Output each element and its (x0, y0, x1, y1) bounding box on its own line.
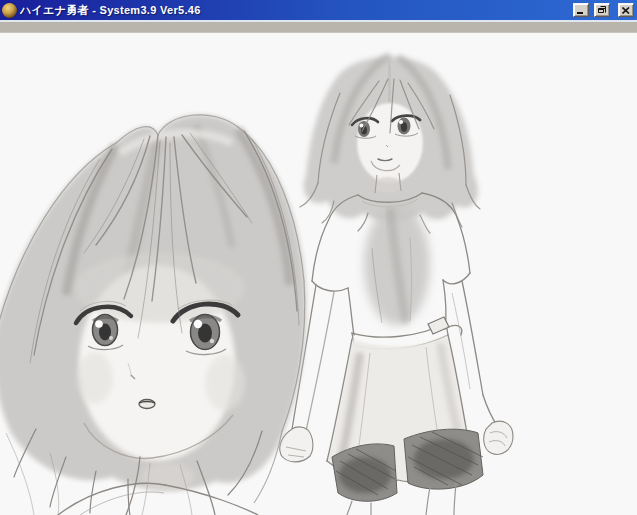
close-icon (622, 7, 630, 14)
app-icon[interactable] (2, 3, 17, 18)
artwork-sketch (0, 33, 637, 515)
window-title: ハイエナ勇者 - System3.9 Ver5.46 (20, 0, 568, 20)
app-window: ハイエナ勇者 - System3.9 Ver5.46 (0, 0, 637, 515)
game-canvas[interactable] (0, 33, 637, 515)
maximize-restore-button[interactable] (594, 3, 610, 17)
restore-icon (598, 6, 607, 14)
title-bar[interactable]: ハイエナ勇者 - System3.9 Ver5.46 (0, 0, 637, 20)
close-button[interactable] (618, 3, 634, 17)
minimize-icon (577, 7, 585, 14)
minimize-button[interactable] (573, 3, 589, 17)
window-frame-strip (0, 20, 637, 33)
